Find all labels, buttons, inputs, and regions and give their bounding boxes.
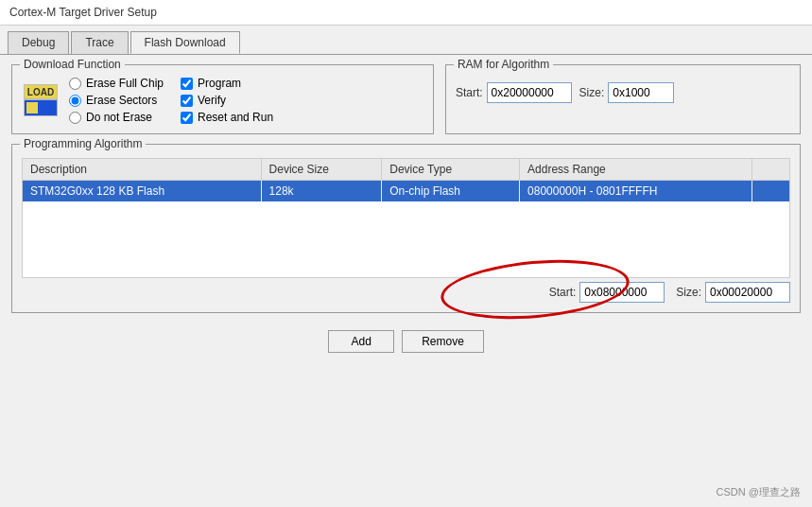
checkbox-program-input[interactable] bbox=[181, 78, 193, 90]
cell-description: STM32G0xx 128 KB Flash bbox=[23, 181, 261, 202]
empty-row-2 bbox=[23, 220, 789, 239]
algo-size-label: Size: bbox=[676, 286, 701, 299]
load-top: LOAD bbox=[24, 84, 58, 99]
checkbox-reset-and-run-input[interactable] bbox=[181, 112, 193, 124]
ram-algorithm-group: RAM for Algorithm Start: Size: bbox=[445, 64, 801, 134]
radio-do-not-erase[interactable]: Do not Erase bbox=[69, 111, 164, 124]
load-icon: LOAD bbox=[22, 81, 60, 119]
add-button[interactable]: Add bbox=[328, 330, 394, 353]
tab-debug[interactable]: Debug bbox=[8, 31, 69, 54]
table-row[interactable]: STM32G0xx 128 KB Flash 128k On-chip Flas… bbox=[23, 181, 789, 202]
radio-erase-full-chip-label: Erase Full Chip bbox=[86, 77, 164, 90]
algo-size-input[interactable] bbox=[705, 282, 790, 303]
algorithm-table: Description Device Size Device Type Addr… bbox=[23, 159, 789, 277]
remove-button[interactable]: Remove bbox=[402, 330, 484, 353]
radio-erase-sectors-label: Erase Sectors bbox=[86, 94, 157, 107]
pa-inner: Description Device Size Device Type Addr… bbox=[22, 158, 790, 303]
title-bar: Cortex-M Target Driver Setup bbox=[0, 0, 812, 26]
ram-start-input[interactable] bbox=[487, 82, 572, 103]
ram-size-field: Size: bbox=[579, 82, 675, 103]
title-text: Cortex-M Target Driver Setup bbox=[9, 6, 157, 19]
ram-start-label: Start: bbox=[456, 86, 483, 99]
radio-group: Erase Full Chip Erase Sectors Do not Era… bbox=[69, 77, 164, 124]
watermark: CSDN @理查之路 bbox=[717, 485, 801, 499]
tab-bar: Debug Trace Flash Download bbox=[0, 26, 812, 55]
top-row: Download Function LOAD Erase Full Chip bbox=[11, 64, 801, 134]
col-address-range: Address Range bbox=[520, 159, 752, 181]
load-bottom bbox=[24, 99, 58, 116]
cell-extra bbox=[752, 181, 789, 202]
checkbox-group: Program Verify Reset and Run bbox=[181, 77, 273, 124]
checkbox-program[interactable]: Program bbox=[181, 77, 273, 90]
ram-start-field: Start: bbox=[456, 82, 572, 103]
checkbox-verify-input[interactable] bbox=[181, 95, 193, 107]
ram-size-label: Size: bbox=[579, 86, 605, 99]
main-content: Download Function LOAD Erase Full Chip bbox=[0, 55, 812, 507]
radio-erase-sectors[interactable]: Erase Sectors bbox=[69, 94, 164, 107]
checkbox-reset-and-run[interactable]: Reset and Run bbox=[181, 111, 273, 124]
empty-row-3 bbox=[23, 239, 789, 258]
tab-trace[interactable]: Trace bbox=[71, 31, 128, 54]
radio-erase-full-chip[interactable]: Erase Full Chip bbox=[69, 77, 164, 90]
radio-erase-sectors-input[interactable] bbox=[69, 95, 81, 107]
col-extra bbox=[752, 159, 789, 181]
cell-device-size: 128k bbox=[261, 181, 382, 202]
ram-algorithm-label: RAM for Algorithm bbox=[454, 58, 553, 71]
algo-start-field: Start: bbox=[549, 282, 665, 303]
tab-flash-download[interactable]: Flash Download bbox=[130, 31, 240, 54]
table-header-row: Description Device Size Device Type Addr… bbox=[23, 159, 789, 181]
download-function-group: Download Function LOAD Erase Full Chip bbox=[11, 64, 434, 134]
col-device-size: Device Size bbox=[261, 159, 382, 181]
ram-size-input[interactable] bbox=[608, 82, 674, 103]
checkbox-verify[interactable]: Verify bbox=[181, 94, 273, 107]
checkbox-reset-and-run-label: Reset and Run bbox=[198, 111, 273, 124]
empty-row-1 bbox=[23, 201, 789, 220]
algo-size-field: Size: bbox=[676, 282, 790, 303]
radio-do-not-erase-label: Do not Erase bbox=[86, 111, 152, 124]
programming-algorithm-group: Programming Algorithm Description Device… bbox=[11, 144, 801, 313]
col-device-type: Device Type bbox=[382, 159, 520, 181]
checkbox-verify-label: Verify bbox=[198, 94, 226, 107]
checkbox-program-label: Program bbox=[198, 77, 241, 90]
cell-address-range: 08000000H - 0801FFFFH bbox=[520, 181, 752, 202]
bottom-section: Start: Size: bbox=[22, 278, 790, 303]
radio-erase-full-chip-input[interactable] bbox=[69, 78, 81, 90]
bottom-buttons: Add Remove bbox=[11, 323, 801, 357]
radio-do-not-erase-input[interactable] bbox=[69, 112, 81, 124]
algorithm-table-container: Description Device Size Device Type Addr… bbox=[22, 158, 790, 278]
col-description: Description bbox=[23, 159, 261, 181]
algo-start-label: Start: bbox=[549, 286, 577, 299]
empty-row-4 bbox=[23, 258, 789, 277]
cell-device-type: On-chip Flash bbox=[382, 181, 520, 202]
df-inner: LOAD Erase Full Chip Erase Sectors bbox=[22, 77, 423, 124]
ram-inner: Start: Size: bbox=[456, 82, 790, 103]
programming-algorithm-label: Programming Algorithm bbox=[20, 137, 146, 150]
download-function-label: Download Function bbox=[20, 58, 125, 71]
algo-start-input[interactable] bbox=[579, 282, 665, 303]
